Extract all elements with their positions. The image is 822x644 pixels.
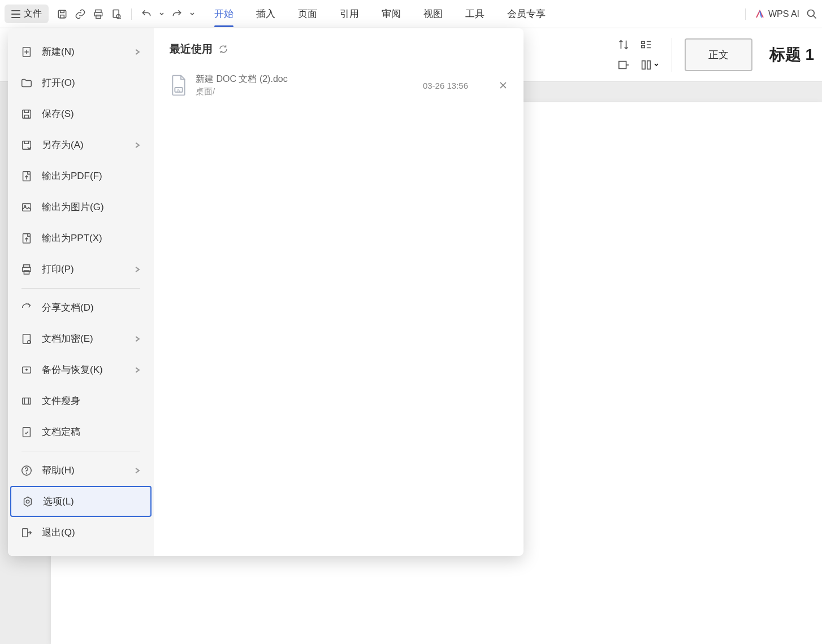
ppt-icon (20, 232, 33, 245)
file-menu-label: 文件 (24, 8, 42, 20)
slim-icon (20, 395, 33, 407)
exit-icon (20, 526, 33, 539)
recent-file-item[interactable]: W 新建 DOC 文档 (2).doc 桌面/ 03-26 13:56 (170, 68, 508, 103)
menu-save-label: 保存(S) (42, 107, 141, 120)
tab-member[interactable]: 会员专享 (507, 2, 546, 26)
menu-export-pdf-label: 输出为PDF(F) (42, 169, 141, 182)
svg-rect-28 (23, 427, 31, 437)
menu-finalize-label: 文档定稿 (42, 425, 141, 438)
file-menu-panel: 新建(N) 打开(O) 保存(S) 另存为(A) 输出为PDF(F) 输出为图片… (8, 28, 524, 556)
wps-ai-icon (755, 9, 765, 19)
menu-options[interactable]: 选项(L) (10, 486, 152, 517)
image-icon (20, 201, 33, 214)
chevron-right-icon (133, 266, 141, 273)
svg-rect-11 (642, 61, 645, 69)
menu-export-image[interactable]: 输出为图片(G) (8, 192, 154, 223)
menu-help[interactable]: 帮助(H) (8, 455, 154, 486)
recent-file-path: 桌面/ (196, 86, 415, 97)
menu-help-label: 帮助(H) (42, 464, 124, 477)
menu-open-label: 打开(O) (42, 76, 141, 89)
svg-text:W: W (177, 88, 181, 92)
tab-reference[interactable]: 引用 (340, 2, 359, 26)
menu-share[interactable]: 分享文档(D) (8, 292, 154, 323)
help-icon (20, 464, 33, 477)
svg-point-7 (808, 10, 815, 16)
recent-title-row: 最近使用 (170, 42, 508, 56)
svg-rect-9 (641, 42, 644, 44)
separator (672, 38, 672, 72)
wps-ai-button[interactable]: WPS AI (755, 9, 799, 19)
menu-new[interactable]: 新建(N) (8, 36, 154, 67)
menu-exit[interactable]: 退出(Q) (8, 517, 154, 548)
search-icon[interactable] (806, 8, 817, 20)
tab-review[interactable]: 审阅 (382, 2, 401, 26)
link-icon[interactable] (75, 8, 86, 20)
file-menu-button[interactable]: 文件 (5, 5, 49, 23)
svg-rect-33 (23, 528, 28, 537)
menu-options-label: 选项(L) (43, 495, 140, 508)
finalize-icon (20, 426, 33, 438)
pdf-icon (20, 170, 33, 182)
recent-title: 最近使用 (170, 42, 213, 56)
tab-start[interactable]: 开始 (214, 2, 233, 26)
svg-rect-12 (647, 61, 650, 69)
menu-exit-label: 退出(Q) (42, 526, 141, 539)
svg-rect-24 (23, 334, 31, 343)
menu-finalize[interactable]: 文档定稿 (8, 416, 154, 447)
menu-export-ppt[interactable]: 输出为PPT(X) (8, 223, 154, 254)
chevron-right-icon (133, 467, 141, 475)
menu-encrypt[interactable]: 文档加密(E) (8, 323, 154, 354)
ribbon-tabs: 开始 插入 页面 引用 审阅 视图 工具 会员专享 (214, 2, 546, 26)
sort-icon[interactable] (617, 38, 630, 51)
menu-new-label: 新建(N) (42, 45, 124, 58)
undo-icon[interactable] (141, 8, 152, 20)
svg-rect-14 (23, 110, 31, 118)
tab-tools[interactable]: 工具 (465, 2, 484, 26)
print-icon[interactable] (93, 8, 104, 20)
menu-print-label: 打印(P) (42, 263, 124, 276)
tab-page[interactable]: 页面 (298, 2, 317, 26)
svg-rect-10 (641, 46, 644, 48)
redo-icon[interactable] (171, 8, 183, 20)
menu-divider (21, 288, 140, 289)
recent-file-info: 新建 DOC 文档 (2).doc 桌面/ (196, 73, 415, 97)
menu-save[interactable]: 保存(S) (8, 98, 154, 129)
menu-print[interactable]: 打印(P) (8, 254, 154, 285)
document-icon: W (170, 74, 188, 97)
menu-save-as-label: 另存为(A) (42, 138, 124, 151)
tab-insert[interactable]: 插入 (256, 2, 275, 26)
menu-export-pdf[interactable]: 输出为PDF(F) (8, 160, 154, 192)
spacing-icon[interactable] (640, 38, 652, 51)
menu-divider (21, 451, 140, 451)
menu-slim-label: 文件瘦身 (42, 394, 141, 407)
save-icon (20, 108, 33, 120)
insert-icon[interactable] (617, 59, 630, 71)
redo-dropdown-icon[interactable] (189, 8, 195, 20)
svg-marker-31 (24, 497, 32, 506)
menu-backup[interactable]: 备份与恢复(K) (8, 354, 154, 385)
menu-open[interactable]: 打开(O) (8, 67, 154, 98)
recent-file-name: 新建 DOC 文档 (2).doc (196, 73, 415, 85)
tab-view[interactable]: 视图 (423, 2, 443, 26)
style-normal[interactable]: 正文 (685, 38, 752, 71)
refresh-icon[interactable] (218, 44, 228, 54)
undo-dropdown-icon[interactable] (159, 8, 165, 20)
columns-dropdown[interactable] (640, 59, 659, 71)
file-menu-sidebar: 新建(N) 打开(O) 保存(S) 另存为(A) 输出为PDF(F) 输出为图片… (8, 28, 154, 556)
close-icon[interactable] (499, 81, 508, 90)
preview-icon[interactable] (111, 8, 122, 20)
chevron-right-icon (133, 141, 141, 149)
separator (131, 8, 132, 20)
print-icon (20, 263, 33, 276)
svg-rect-8 (618, 62, 626, 69)
style-heading-1[interactable]: 标题 1 (769, 44, 814, 66)
menu-encrypt-label: 文档加密(E) (42, 332, 124, 345)
menu-save-as[interactable]: 另存为(A) (8, 129, 154, 160)
save-icon[interactable] (57, 8, 68, 20)
menu-share-label: 分享文档(D) (42, 301, 141, 314)
menu-backup-label: 备份与恢复(K) (42, 363, 124, 376)
menu-slim[interactable]: 文件瘦身 (8, 385, 154, 416)
backup-icon (20, 364, 33, 376)
share-icon (20, 302, 33, 314)
svg-rect-1 (60, 15, 64, 18)
